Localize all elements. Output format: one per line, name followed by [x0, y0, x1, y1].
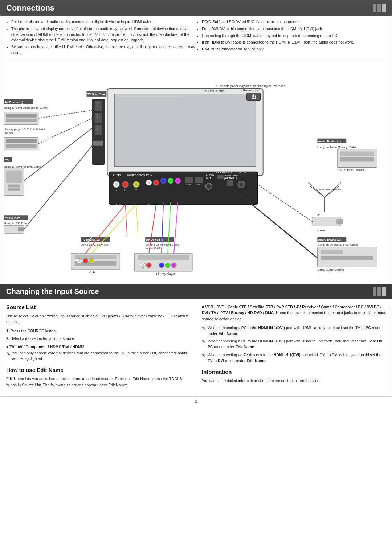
svg-point-32 [155, 181, 158, 184]
svg-text:TV Rear Panel: TV Rear Panel [203, 89, 225, 93]
svg-point-138 [141, 264, 144, 267]
svg-text:• The side panel may differ de: • The side panel may differ depending on… [216, 84, 287, 87]
svg-text:COMPONENT / AV IN: COMPONENT / AV IN [127, 174, 152, 176]
note-icon-4: ✎ [202, 352, 206, 360]
intro-right-item-5: EX-LINK: Connector for service only. [202, 46, 386, 52]
svg-rect-77 [6, 170, 22, 183]
page-number: - 3 - [0, 397, 392, 407]
svg-point-144 [166, 264, 169, 267]
intro-left-item-1: For better picture and audio quality, co… [11, 19, 195, 25]
svg-rect-15 [93, 140, 103, 145]
svg-text:Media Play: Media Play [5, 216, 20, 219]
input-source-header: Changing the Input Source [0, 284, 392, 299]
svg-text:V: V [135, 189, 137, 191]
intro-right-item-1: PC(D-Sub) and PC/DVI AUDIO IN input are … [202, 19, 386, 25]
svg-rect-79 [8, 188, 20, 190]
note-icon-2: ✎ [202, 325, 206, 332]
intro-left: For better picture and audio quality, co… [6, 19, 195, 57]
right-note-1: ✎ When connecting a PC to the HDMI IN 1(… [202, 325, 386, 337]
svg-point-34 [162, 179, 165, 182]
svg-rect-2 [114, 94, 256, 166]
svg-point-36 [169, 179, 172, 182]
svg-rect-40 [195, 177, 203, 183]
svg-rect-39 [185, 177, 193, 183]
svg-rect-112 [321, 256, 373, 260]
svg-rect-91 [340, 151, 374, 156]
bar-5 [377, 287, 381, 296]
svg-text:R: R [124, 189, 126, 191]
source-list-body: Use to select TV or an external input so… [6, 313, 190, 325]
svg-point-30 [147, 181, 150, 184]
svg-rect-48 [217, 175, 224, 179]
svg-rect-64 [6, 114, 37, 117]
svg-text:Using a HDMI Cable  (up to 108: Using a HDMI Cable (up to 1080p) [4, 106, 49, 109]
information-body: You can see detailed information about t… [202, 378, 386, 384]
intro-right: PC(D-Sub) and PC/DVI AUDIO IN input are … [197, 19, 386, 57]
source-list-note-text: You can only choose external devices tha… [12, 350, 190, 362]
right-note-3: ✎ When connecting an AV devices to the H… [202, 352, 386, 364]
svg-point-126 [90, 259, 93, 262]
svg-text:OUT: OUT [206, 177, 211, 180]
right-note-2: ✎ When connecting a PC to the HDMI IN 1(… [202, 338, 386, 350]
svg-point-55 [240, 183, 243, 186]
svg-text:AV Device (1): AV Device (1) [5, 100, 23, 103]
svg-text:TV Side Panel: TV Side Panel [87, 92, 107, 95]
connections-diagram: TV Side Panel HDMI HDMI USB TV Rear Pane… [0, 59, 392, 284]
svg-rect-104 [336, 219, 343, 224]
bar-6 [382, 287, 386, 296]
vcr-list: ■ VCR / DVD / Cable STB / Satellite STB … [202, 304, 386, 322]
svg-text:HDMI2: HDMI2 [195, 184, 202, 186]
intro-right-item-2: For HDMI/DVI cable connection, you must … [202, 26, 386, 32]
svg-text:Audio Device (1): Audio Device (1) [318, 139, 341, 143]
svg-text:VCR: VCR [89, 270, 95, 274]
input-source-title: Changing the Input Source [6, 287, 99, 296]
bar-3 [382, 4, 386, 12]
svg-text:Using an Optical (Digital) Cab: Using an Optical (Digital) Cable [317, 243, 358, 246]
svg-text:AUDIO: AUDIO [113, 174, 121, 176]
svg-rect-52 [227, 180, 233, 186]
bar-2 [377, 4, 381, 12]
svg-text:Using a USB Drive: Using a USB Drive [4, 222, 28, 225]
svg-text:Power Input: Power Input [243, 88, 260, 92]
svg-point-21 [114, 182, 118, 186]
note-icon-1: ✎ [6, 350, 11, 358]
source-list-note: ✎ You can only choose external devices t… [6, 350, 190, 362]
svg-point-27 [134, 182, 138, 186]
svg-rect-78 [8, 184, 20, 187]
svg-point-46 [207, 184, 211, 188]
svg-text:L: L [115, 189, 117, 191]
input-source-body: Source List Use to select TV or an exter… [0, 299, 392, 396]
svg-text:Audio Device (2): Audio Device (2) [318, 238, 341, 241]
connections-intro: For better picture and audio quality, co… [0, 16, 392, 59]
svg-point-146 [172, 264, 175, 267]
intro-left-item-3: Be sure to purchase a certified HDMI cab… [11, 44, 195, 56]
information-title: Information [202, 369, 386, 375]
svg-rect-111 [321, 250, 343, 254]
svg-text:(up to 1080p): (up to 1080p) [145, 247, 163, 250]
note-icon-3: ✎ [202, 338, 206, 346]
svg-point-24 [123, 182, 127, 186]
right-note-1-text: When connecting a PC to the HDMI IN 1(DV… [208, 325, 386, 337]
svg-text:HDMI1: HDMI1 [185, 184, 192, 186]
svg-rect-69 [6, 139, 37, 143]
edit-name-title: How to use Edit Name [6, 367, 190, 373]
svg-text:USB: USB [97, 126, 99, 130]
source-list-subsection: Source List Use to select TV or an exter… [6, 304, 190, 362]
information-subsection: Information You can see detailed informa… [202, 369, 386, 384]
svg-point-122 [78, 259, 81, 262]
edit-name-body: Edit Name lets you associate a device na… [6, 376, 190, 388]
svg-text:ANT IN: ANT IN [238, 171, 246, 174]
step-2: 2. Select a desired external input sourc… [6, 336, 190, 342]
svg-text:VHF/UHF Antenna: VHF/UHF Antenna [317, 188, 342, 191]
edit-name-subsection: How to use Edit Name Edit Name lets you … [6, 367, 190, 388]
bar-1 [373, 4, 376, 12]
svg-text:Cable: Cable [317, 229, 325, 232]
intro-left-item-2: The picture may not display normally (if… [11, 26, 195, 43]
svg-text:DVD / Home Theater: DVD / Home Theater [337, 168, 364, 172]
svg-text:⏻: ⏻ [251, 94, 256, 99]
svg-point-124 [84, 259, 87, 262]
svg-point-38 [176, 179, 179, 182]
svg-text:Blu-ray player / DVD / cable b: Blu-ray player / DVD / cable box / [5, 127, 45, 131]
svg-text:AV Device (3): AV Device (3) [146, 238, 164, 241]
svg-text:(OPTICAL): (OPTICAL) [224, 177, 237, 180]
